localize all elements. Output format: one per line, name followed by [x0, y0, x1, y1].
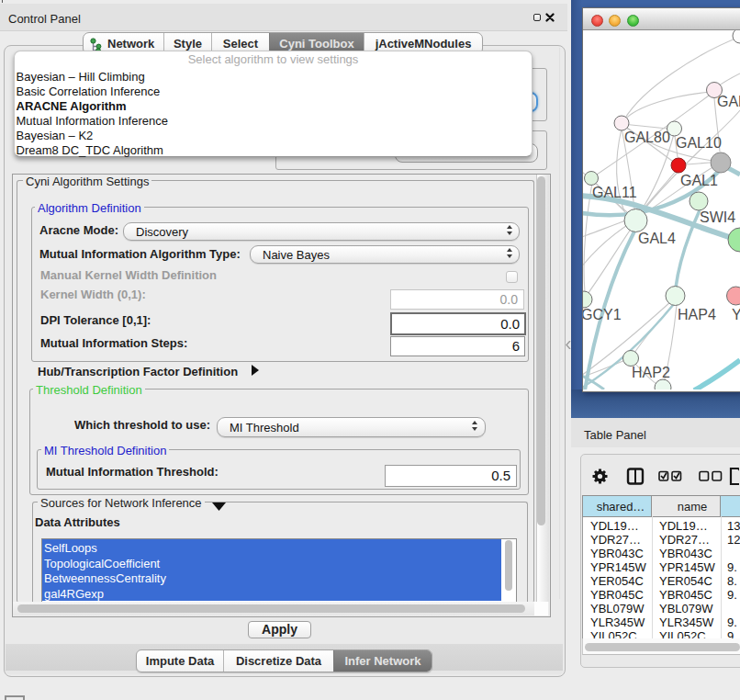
- svg-text:GAL2: GAL2: [717, 94, 740, 109]
- svg-text:GAL10: GAL10: [676, 135, 722, 151]
- svg-text:GAL80: GAL80: [624, 130, 670, 145]
- svg-text:YP: YP: [732, 307, 740, 322]
- svg-text:HAP2: HAP2: [632, 365, 670, 380]
- svg-text:GAL4: GAL4: [638, 231, 676, 246]
- svg-text:SWI4: SWI4: [700, 209, 735, 225]
- svg-text:GCY1: GCY1: [583, 307, 622, 322]
- svg-text:HAP4: HAP4: [678, 307, 716, 322]
- svg-text:GAL11: GAL11: [592, 185, 637, 200]
- svg-text:GAL1: GAL1: [680, 173, 718, 188]
